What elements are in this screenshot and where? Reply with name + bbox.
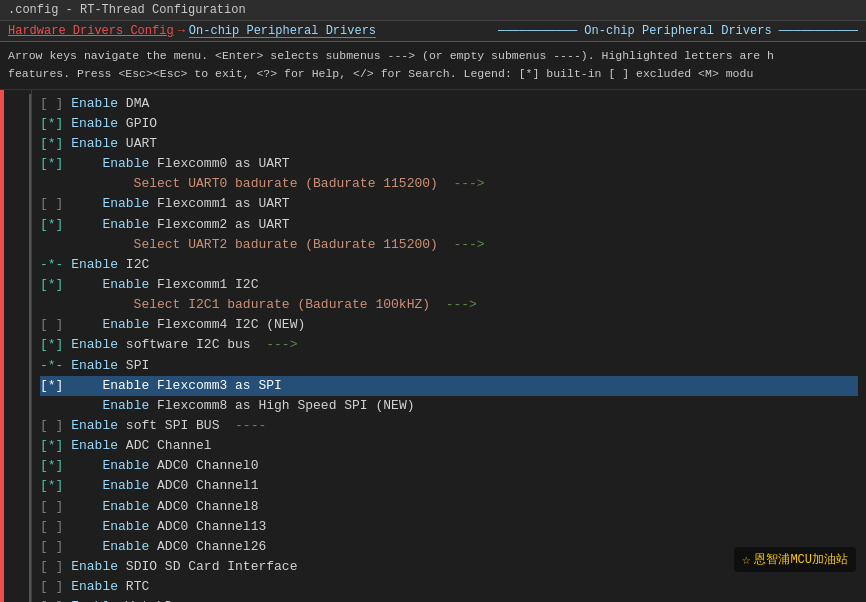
config-line[interactable]: [*] Enable ADC Channel bbox=[40, 436, 858, 456]
title-text: .config - RT-Thread Configuration bbox=[8, 3, 246, 17]
sidebar-line bbox=[4, 466, 31, 483]
sidebar-line bbox=[4, 568, 31, 585]
sidebar-line bbox=[4, 449, 31, 466]
config-line[interactable]: [*] Enable Flexcomm2 as UART bbox=[40, 215, 858, 235]
config-line[interactable]: -*- Enable I2C bbox=[40, 255, 858, 275]
sidebar-line bbox=[4, 297, 31, 314]
config-line[interactable]: [*] Enable ADC0 Channel1 bbox=[40, 476, 858, 496]
config-line[interactable]: Select UART2 badurate (Badurate 115200) … bbox=[40, 235, 858, 255]
sidebar-line bbox=[4, 128, 31, 145]
sidebar-line bbox=[4, 483, 31, 500]
sidebar-line bbox=[4, 111, 31, 128]
sidebar-line bbox=[4, 162, 31, 179]
sidebar-line bbox=[4, 365, 31, 382]
sidebar-line bbox=[4, 331, 31, 348]
config-content[interactable]: [ ] Enable DMA [*] Enable GPIO [*] Enabl… bbox=[32, 90, 866, 602]
sidebar-line bbox=[4, 280, 31, 297]
nav-bar: Hardware Drivers Config → On-chip Periph… bbox=[0, 21, 866, 42]
config-line[interactable]: [ ] Enable ADC0 Channel13 bbox=[40, 517, 858, 537]
config-line[interactable]: [ ] Enable ADC0 Channel8 bbox=[40, 497, 858, 517]
help-text-area: Arrow keys navigate the menu. <Enter> se… bbox=[0, 42, 866, 90]
sidebar-line bbox=[4, 500, 31, 517]
help-line-2: features. Press <Esc><Esc> to exit, <?> … bbox=[8, 65, 858, 83]
watermark-text: 恩智浦MCU加油站 bbox=[754, 551, 848, 568]
sidebar-line bbox=[4, 195, 31, 212]
sidebar-line bbox=[4, 212, 31, 229]
config-line[interactable]: [*] Enable software I2C bus ---> bbox=[40, 335, 858, 355]
config-line[interactable]: [ ] Enable soft SPI BUS ---- bbox=[40, 416, 858, 436]
watermark-icon: ☆ bbox=[742, 551, 750, 568]
nav-arrow: → bbox=[178, 24, 185, 38]
sidebar-line bbox=[4, 551, 31, 568]
sidebar-line bbox=[4, 314, 31, 331]
sidebar-line bbox=[4, 399, 31, 416]
config-line[interactable]: [*] Enable ADC0 Channel0 bbox=[40, 456, 858, 476]
sidebar-line bbox=[4, 348, 31, 365]
config-line[interactable]: Select I2C1 badurate (Badurate 100kHZ) -… bbox=[40, 295, 858, 315]
watermark: ☆ 恩智浦MCU加油站 bbox=[734, 547, 856, 572]
sidebar-line bbox=[4, 246, 31, 263]
config-line[interactable]: Enable Flexcomm8 as High Speed SPI (NEW) bbox=[40, 396, 858, 416]
config-line[interactable]: [ ] Enable Flexcomm4 I2C (NEW) bbox=[40, 315, 858, 335]
nav-item-2[interactable]: On-chip Peripheral Drivers bbox=[189, 24, 376, 38]
sidebar-line bbox=[4, 94, 31, 111]
sidebar-line bbox=[4, 178, 31, 195]
config-line[interactable]: [ ] Enable RTC bbox=[40, 577, 858, 597]
main-content: [ ] Enable DMA [*] Enable GPIO [*] Enabl… bbox=[0, 90, 866, 602]
config-line[interactable]: [ ] Enable Flexcomm1 as UART bbox=[40, 194, 858, 214]
sidebar-lines bbox=[4, 90, 32, 602]
config-line[interactable]: [ ] Enable WatchDog bbox=[40, 597, 858, 602]
sidebar-line bbox=[4, 517, 31, 534]
app-container: .config - RT-Thread Configuration Hardwa… bbox=[0, 0, 866, 602]
help-line-1: Arrow keys navigate the menu. <Enter> se… bbox=[8, 47, 858, 65]
config-line[interactable]: [*] Enable UART bbox=[40, 134, 858, 154]
config-line[interactable]: -*- Enable SPI bbox=[40, 356, 858, 376]
nav-item-1[interactable]: Hardware Drivers Config bbox=[8, 24, 174, 38]
on-chip-label: ——————————— On-chip Peripheral Drivers —… bbox=[498, 24, 858, 38]
config-line[interactable]: [*] Enable Flexcomm3 as SPI bbox=[40, 376, 858, 396]
sidebar-line bbox=[4, 585, 31, 602]
sidebar-line bbox=[4, 263, 31, 280]
title-bar: .config - RT-Thread Configuration bbox=[0, 0, 866, 21]
config-line[interactable]: Select UART0 badurate (Badurate 115200) … bbox=[40, 174, 858, 194]
sidebar-line bbox=[4, 382, 31, 399]
config-line[interactable]: [ ] Enable DMA bbox=[40, 94, 858, 114]
config-line[interactable]: [*] Enable Flexcomm0 as UART bbox=[40, 154, 858, 174]
sidebar-line bbox=[4, 229, 31, 246]
sidebar-line bbox=[4, 534, 31, 551]
config-line[interactable]: [*] Enable GPIO bbox=[40, 114, 858, 134]
sidebar-line bbox=[4, 145, 31, 162]
sidebar-line bbox=[4, 416, 31, 433]
sidebar-line bbox=[4, 433, 31, 450]
config-line[interactable]: [*] Enable Flexcomm1 I2C bbox=[40, 275, 858, 295]
